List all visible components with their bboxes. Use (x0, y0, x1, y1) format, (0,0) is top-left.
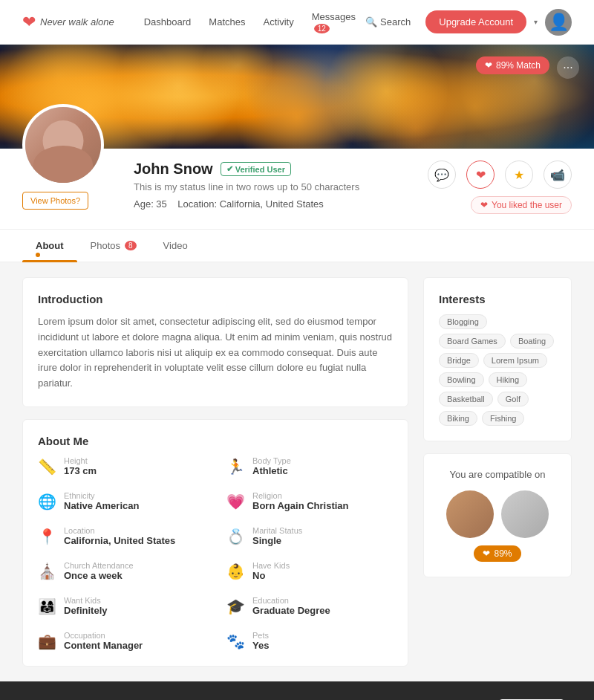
interest-tag: Lorem Ipsum (483, 353, 547, 368)
about-item-label: Ethnicity (64, 491, 139, 500)
interest-tag: Golf (497, 392, 529, 406)
nav-links: Dashboard Matches Activity Messages 12 (144, 11, 365, 33)
tab-video[interactable]: Video (150, 230, 201, 262)
interests-title: Interests (439, 293, 556, 305)
compatible-avatars (439, 490, 556, 538)
interest-tag: Boating (510, 334, 554, 349)
about-item-label: Religion (252, 491, 349, 500)
more-options-button[interactable]: ··· (557, 56, 579, 79)
about-me-item: 💼 Occupation Content Manager (38, 631, 204, 651)
compatible-avatar-match (501, 490, 549, 538)
profile-avatar (22, 104, 104, 186)
verified-badge: ✔ Verified User (221, 162, 291, 176)
tab-photos[interactable]: Photos 8 (77, 230, 150, 262)
logo-text: Never walk alone (40, 16, 114, 28)
about-item-icon: 💍 (226, 528, 245, 545)
about-item-label: Body Type (252, 456, 291, 465)
about-me-item: 🏃 Body Type Athletic (226, 456, 393, 476)
user-avatar[interactable]: 👤 (545, 9, 572, 36)
about-item-value: Graduate Degree (252, 605, 330, 616)
view-photos-button[interactable]: View Photos? (22, 192, 88, 210)
interests-card: Interests BloggingBoard GamesBoatingBrid… (423, 277, 572, 441)
profile-header: View Photos? John Snow ✔ Verified User T… (0, 149, 594, 230)
compatible-title: You are compatible on (439, 469, 556, 480)
logo-heart-icon: ❤ (22, 13, 36, 32)
liked-label: ❤ You liked the user (471, 196, 572, 214)
about-item-label: Height (64, 456, 97, 465)
about-item-value: Native American (64, 500, 139, 511)
compatible-avatar-user (446, 490, 494, 538)
profile-avatar-wrap: View Photos? (22, 104, 104, 210)
about-me-item: 📍 Location California, United States (38, 526, 204, 546)
profile-actions: 💬 ❤ ★ 📹 ❤ You liked the user (428, 161, 572, 214)
about-me-item: 💍 Marital Status Single (226, 526, 393, 546)
about-item-icon: ⛪ (38, 563, 56, 580)
nav-dashboard[interactable]: Dashboard (144, 16, 192, 27)
interests-tags: BloggingBoard GamesBoatingBridgeLorem Ip… (439, 314, 556, 426)
profile-name: John Snow (134, 161, 213, 178)
main-content: Introduction Lorem ipsum dolor sit amet,… (0, 262, 594, 681)
search-button[interactable]: 🔍 Search (365, 16, 411, 27)
tabs-bar: About Photos 8 Video (0, 230, 594, 262)
like-button[interactable]: ❤ (466, 161, 495, 189)
photos-count-badge: 8 (125, 241, 137, 250)
interest-tag: Bowling (439, 372, 484, 387)
about-item-icon: 📏 (38, 458, 56, 476)
profile-name-row: John Snow ✔ Verified User (134, 161, 359, 178)
about-me-item: 🌐 Ethnicity Native American (38, 491, 204, 511)
about-item-icon: 💗 (226, 493, 245, 511)
about-item-icon: 🎓 (226, 597, 245, 615)
about-me-item: 💗 Religion Born Again Christian (226, 491, 393, 511)
interest-tag: Board Games (439, 334, 506, 349)
nav-messages[interactable]: Messages 12 (312, 11, 365, 33)
about-me-title: About Me (38, 435, 393, 447)
about-me-item: 🐾 Pets Yes (226, 631, 393, 651)
profile-meta: Age: 35 Location: California, United Sta… (134, 198, 359, 210)
logo-link[interactable]: ❤ Never walk alone (22, 13, 114, 32)
checkmark-icon: ✔ (226, 164, 233, 174)
interest-tag: Bridge (439, 353, 479, 368)
introduction-text: Lorem ipsum dolor sit amet, consectetur … (38, 314, 393, 392)
heart-icon: ❤ (485, 60, 492, 71)
nav-matches[interactable]: Matches (209, 16, 245, 27)
compatible-card: You are compatible on ❤ 89% (423, 453, 572, 577)
match-badge: ❤ 89% Match (476, 56, 549, 74)
interest-tag: Fishing (482, 411, 524, 426)
nav-activity[interactable]: Activity (263, 16, 293, 27)
messages-badge: 12 (314, 24, 330, 33)
about-me-card: About Me 📏 Height 173 cm 🏃 Body Type Ath… (22, 419, 408, 667)
favorite-button[interactable]: ★ (505, 161, 533, 189)
about-item-value: Definitely (64, 605, 108, 616)
interest-tag: Basketball (439, 392, 493, 406)
introduction-card: Introduction Lorem ipsum dolor sit amet,… (22, 277, 408, 407)
left-column: Introduction Lorem ipsum dolor sit amet,… (22, 277, 408, 667)
upgrade-button[interactable]: Upgrade Account (425, 10, 526, 33)
chevron-down-icon[interactable]: ▾ (534, 18, 538, 26)
about-item-value: Single (252, 535, 302, 546)
about-me-item: 🎓 Education Graduate Degree (226, 596, 393, 616)
about-me-grid: 📏 Height 173 cm 🏃 Body Type Athletic 🌐 E… (38, 456, 393, 651)
interest-tag: Biking (439, 411, 477, 426)
about-item-value: Once a week (64, 570, 134, 581)
interest-tag: Hiking (489, 372, 528, 387)
about-item-label: Have Kids (252, 561, 290, 570)
profile-info: John Snow ✔ Verified User This is my sta… (134, 149, 572, 214)
about-item-label: Education (252, 596, 330, 605)
message-button[interactable]: 💬 (428, 161, 456, 189)
profile-name-section: John Snow ✔ Verified User This is my sta… (134, 161, 359, 210)
navbar-right: Upgrade Account ▾ 👤 (425, 9, 572, 36)
search-icon: 🔍 (365, 16, 377, 27)
about-item-value: Yes (252, 640, 269, 651)
avatar-body (33, 146, 93, 183)
about-item-label: Want Kids (64, 596, 108, 605)
about-item-label: Occupation (64, 631, 143, 640)
footer: ❤ Never walk alone Mission About Us Dati… (0, 681, 594, 700)
interest-tag: Blogging (439, 314, 487, 329)
video-button[interactable]: 📹 (544, 161, 572, 189)
right-column: Interests BloggingBoard GamesBoatingBrid… (423, 277, 572, 667)
navbar: ❤ Never walk alone Dashboard Matches Act… (0, 0, 594, 45)
tab-about[interactable]: About (22, 230, 77, 262)
about-item-icon: 🐾 (226, 632, 245, 650)
about-item-label: Pets (252, 631, 269, 640)
about-item-value: 173 cm (64, 465, 97, 476)
